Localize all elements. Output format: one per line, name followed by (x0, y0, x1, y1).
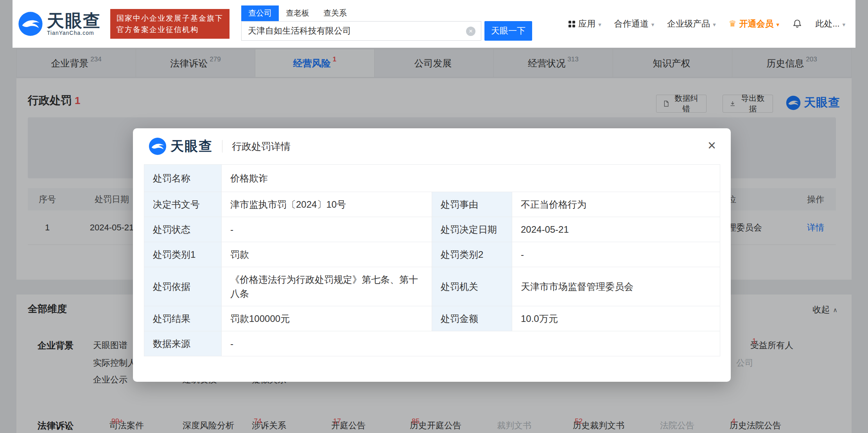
search-input-wrap: × (241, 21, 481, 41)
nav-apps-label: 应用 (578, 18, 595, 30)
field-label-type1: 处罚类别1 (144, 242, 222, 267)
nav-partner-label: 合作通道 (614, 18, 649, 30)
grid-icon (569, 20, 576, 27)
field-label-source: 数据来源 (144, 331, 222, 356)
field-label-authority: 处罚机关 (432, 267, 512, 306)
tianyancha-logo-icon (18, 11, 43, 36)
modal-header: 天眼查 行政处罚详情 × (133, 128, 731, 164)
nav-user-label: 此处... (815, 18, 839, 30)
field-value-type2: - (512, 242, 720, 267)
nav-partner[interactable]: 合作通道 ▾ (614, 18, 655, 30)
caret-down-icon: ▾ (713, 21, 716, 28)
nav-apps[interactable]: 应用 ▾ (569, 18, 601, 30)
search-tab-relation[interactable]: 查关系 (316, 5, 354, 21)
search-tab-boss[interactable]: 查老板 (279, 5, 316, 21)
nav-notifications[interactable] (792, 19, 802, 29)
badge-line1: 国家中小企业发展子基金旗下 (117, 13, 223, 24)
search-row: × 天眼一下 (241, 21, 533, 41)
tianyancha-logo[interactable]: 天眼查 TianYanCha.com (18, 11, 101, 36)
logo-domain: TianYanCha.com (47, 30, 101, 36)
field-value-status: - (222, 217, 432, 242)
field-label-status: 处罚状态 (144, 217, 222, 242)
nav-vip-label: 开通会员 (739, 18, 774, 30)
field-label-type2: 处罚类别2 (432, 242, 512, 267)
field-label-basis: 处罚依据 (144, 267, 222, 306)
table-row: 处罚类别1 罚款 处罚类别2 - (144, 242, 720, 267)
field-value-reason: 不正当价格行为 (512, 192, 720, 217)
field-value-basis: 《价格违法行为行政处罚规定》第七条、第十八条 (222, 267, 432, 306)
field-value-decision-date: 2024-05-21 (512, 217, 720, 242)
top-header: 天眼查 TianYanCha.com 国家中小企业发展子基金旗下 官方备案企业征… (13, 0, 855, 48)
close-icon[interactable]: × (708, 138, 716, 153)
search-input[interactable] (242, 22, 481, 40)
field-label-amount: 处罚金额 (432, 306, 512, 331)
table-row: 处罚结果 罚款100000元 处罚金额 10.0万元 (144, 306, 720, 331)
search-button[interactable]: 天眼一下 (484, 21, 532, 41)
field-value-authority: 天津市市场监督管理委员会 (512, 267, 720, 306)
nav-vip[interactable]: ♛ 开通会员 ▾ (729, 18, 779, 30)
logo-text: 天眼查 TianYanCha.com (47, 12, 101, 36)
field-value-result: 罚款100000元 (222, 306, 432, 331)
tianyancha-logo-icon (149, 137, 167, 155)
field-label-doc-number: 决定书文号 (144, 192, 222, 217)
field-value-penalty-name: 价格欺诈 (222, 165, 720, 192)
field-value-source: - (222, 331, 720, 356)
bell-icon (792, 19, 802, 29)
nav-enterprise[interactable]: 企业级产品 ▾ (667, 18, 716, 30)
divider (222, 140, 222, 153)
modal-logo-text: 天眼查 (170, 137, 213, 155)
search-block: 查公司 查老板 查关系 × 天眼一下 (241, 7, 533, 41)
caret-down-icon: ▾ (842, 21, 845, 28)
field-label-penalty-name: 处罚名称 (144, 165, 222, 192)
table-row: 处罚状态 - 处罚决定日期 2024-05-21 (144, 217, 720, 242)
penalty-detail-modal: 天眼查 行政处罚详情 × 处罚名称 价格欺诈 决定书文号 津市监执市罚〔2024… (133, 128, 731, 382)
search-clear-icon[interactable]: × (466, 27, 475, 36)
field-value-type1: 罚款 (222, 242, 432, 267)
table-row: 处罚名称 价格欺诈 (144, 165, 720, 192)
badge-line2: 官方备案企业征信机构 (117, 24, 223, 35)
field-label-result: 处罚结果 (144, 306, 222, 331)
header-nav: 应用 ▾ 合作通道 ▾ 企业级产品 ▾ ♛ 开通会员 ▾ 此处... ▾ (569, 18, 845, 30)
nav-enterprise-label: 企业级产品 (667, 18, 710, 30)
caret-down-icon: ▾ (777, 21, 780, 28)
field-label-decision-date: 处罚决定日期 (432, 217, 512, 242)
table-row: 数据来源 - (144, 331, 720, 356)
nav-user[interactable]: 此处... ▾ (815, 18, 845, 30)
caret-down-icon: ▾ (651, 21, 655, 28)
table-row: 处罚依据 《价格违法行为行政处罚规定》第七条、第十八条 处罚机关 天津市市场监督… (144, 267, 720, 306)
certification-badge: 国家中小企业发展子基金旗下 官方备案企业征信机构 (110, 9, 230, 39)
table-row: 决定书文号 津市监执市罚〔2024〕10号 处罚事由 不正当价格行为 (144, 192, 720, 217)
logo-name: 天眼查 (47, 12, 101, 30)
field-value-doc-number: 津市监执市罚〔2024〕10号 (222, 192, 432, 217)
modal-title: 行政处罚详情 (232, 140, 291, 153)
penalty-detail-table: 处罚名称 价格欺诈 决定书文号 津市监执市罚〔2024〕10号 处罚事由 不正当… (144, 164, 720, 356)
field-value-amount: 10.0万元 (512, 306, 720, 331)
crown-icon: ♛ (729, 19, 737, 29)
search-tabs: 查公司 查老板 查关系 (241, 7, 533, 21)
caret-down-icon: ▾ (598, 21, 601, 28)
field-label-reason: 处罚事由 (432, 192, 512, 217)
search-tab-company[interactable]: 查公司 (241, 5, 279, 21)
